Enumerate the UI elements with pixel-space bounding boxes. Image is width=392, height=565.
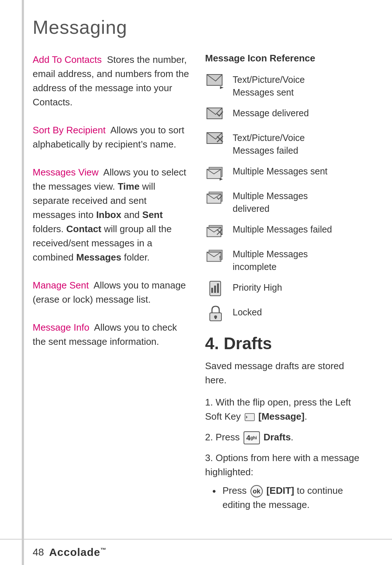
icon-reference-title: Message Icon Reference xyxy=(205,53,363,64)
multi-delivered-label: Multiple Messagesdelivered xyxy=(233,188,308,215)
multi-incomplete-icon: ! xyxy=(205,246,226,265)
multi-failed-icon xyxy=(205,222,226,240)
svg-rect-20 xyxy=(211,288,213,293)
locked-icon xyxy=(205,304,226,323)
icon-item-delivered: Message delivered xyxy=(205,105,363,124)
svg-rect-25 xyxy=(215,317,216,319)
icon-item-priority: Priority High xyxy=(205,280,363,298)
page-footer: 48 Accolade™ xyxy=(0,539,392,565)
drafts-title: 4. Drafts xyxy=(205,334,363,353)
drafts-steps: 1. With the flip open, press the Left So… xyxy=(205,395,363,512)
multi-sent-label: Multiple Messages sent xyxy=(233,164,327,178)
svg-marker-2 xyxy=(220,86,224,89)
failed-label: Text/Picture/VoiceMessages failed xyxy=(233,130,305,157)
brand-name: Accolade™ xyxy=(49,546,106,558)
multi-failed-label: Multiple Messages failed xyxy=(233,222,332,236)
drafts-intro: Saved message drafts are stored here. xyxy=(205,359,363,387)
section-manage-sent: Manage Sent Allows you to manage (erase … xyxy=(33,278,191,307)
add-to-contacts-title: Add To Contacts xyxy=(33,54,102,65)
message-icon-reference: Message Icon Reference xyxy=(205,53,363,323)
messages-view-title: Messages View xyxy=(33,167,99,178)
bullet-item-edit: Press ok [EDIT] to continue editing the … xyxy=(212,484,363,512)
drafts-section: 4. Drafts Saved message drafts are store… xyxy=(205,334,363,512)
icon-item-locked: Locked xyxy=(205,304,363,323)
page-header: Messaging xyxy=(0,0,392,49)
section-sort-by-recipient: Sort By Recipient Allows you to sort alp… xyxy=(33,123,191,152)
page-title: Messaging xyxy=(33,16,363,38)
icon-item-multi-incomplete: ! Multiple Messagesincomplete xyxy=(205,246,363,273)
page-number: 48 xyxy=(33,546,44,558)
section-add-to-contacts: Add To Contacts Stores the number, email… xyxy=(33,53,191,109)
page: Messaging Add To Contacts Stores the num… xyxy=(0,0,392,565)
icon-item-multi-failed: Multiple Messages failed xyxy=(205,222,363,240)
step-1-num: 1. xyxy=(205,397,216,408)
sort-by-recipient-body: Sort By Recipient Allows you to sort alp… xyxy=(33,123,191,152)
svg-rect-22 xyxy=(217,283,219,293)
multi-delivered-icon xyxy=(205,188,226,206)
step-2-num: 2. xyxy=(205,432,216,443)
sent-icon xyxy=(205,72,226,90)
drafts-bullets: Press ok [EDIT] to continue editing the … xyxy=(205,484,363,512)
locked-label: Locked xyxy=(233,304,262,319)
icon-item-multi-delivered: Multiple Messagesdelivered xyxy=(205,188,363,215)
message-info-title: Message Info xyxy=(33,322,89,333)
manage-sent-title: Manage Sent xyxy=(33,280,89,291)
step-3-num: 3. xyxy=(205,452,216,463)
message-info-body: Message Info Allows you to check the sen… xyxy=(33,320,191,349)
failed-icon xyxy=(205,130,226,148)
add-to-contacts-body: Add To Contacts Stores the number, email… xyxy=(33,53,191,109)
multi-incomplete-label: Multiple Messagesincomplete xyxy=(233,246,308,273)
key-4-badge: 4ghi xyxy=(244,431,260,444)
delivered-label: Message delivered xyxy=(233,105,309,120)
drafts-step-2: 2. Press 4ghi Drafts. xyxy=(205,430,363,444)
ok-button-icon: ok xyxy=(250,485,263,497)
priority-icon xyxy=(205,280,226,298)
section-messages-view: Messages View Allows you to select the m… xyxy=(33,165,191,265)
svg-marker-9 xyxy=(220,178,223,181)
sent-label: Text/Picture/VoiceMessages sent xyxy=(233,72,305,99)
icon-item-sent: Text/Picture/VoiceMessages sent xyxy=(205,72,363,99)
svg-text:!: ! xyxy=(219,255,221,261)
messages-view-body: Messages View Allows you to select the m… xyxy=(33,165,191,265)
drafts-step-1: 1. With the flip open, press the Left So… xyxy=(205,395,363,424)
svg-rect-21 xyxy=(214,286,216,293)
priority-label: Priority High xyxy=(233,280,282,294)
icon-item-failed: Text/Picture/VoiceMessages failed xyxy=(205,130,363,157)
left-column: Add To Contacts Stores the number, email… xyxy=(33,53,191,518)
drafts-step-3: 3. Options from here with a message high… xyxy=(205,451,363,512)
manage-sent-body: Manage Sent Allows you to manage (erase … xyxy=(33,278,191,307)
icon-item-multi-sent: Multiple Messages sent xyxy=(205,164,363,182)
left-accent-bar xyxy=(22,0,24,565)
multi-sent-icon xyxy=(205,164,226,182)
right-column: Message Icon Reference xyxy=(205,53,363,518)
main-content: Add To Contacts Stores the number, email… xyxy=(0,49,392,540)
section-message-info: Message Info Allows you to check the sen… xyxy=(33,320,191,349)
icon-list: Text/Picture/VoiceMessages sent xyxy=(205,72,363,323)
sort-by-recipient-title: Sort By Recipient xyxy=(33,125,106,136)
delivered-icon xyxy=(205,105,226,124)
